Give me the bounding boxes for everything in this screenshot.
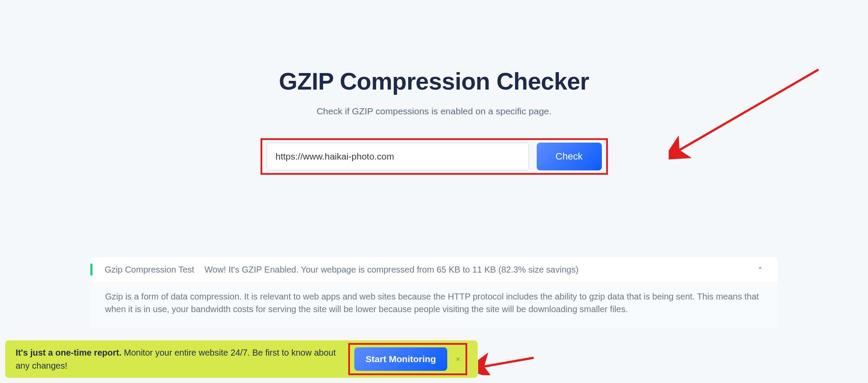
monitoring-banner: It's just a one-time report. Monitor you… — [5, 340, 478, 378]
chevron-up-icon[interactable]: ⌃ — [756, 264, 765, 276]
check-button[interactable]: Check — [537, 143, 602, 170]
hero: GZIP Compression Checker Check if GZIP c… — [0, 0, 868, 175]
annotation-arrow-bottom-icon — [478, 349, 539, 375]
url-form-highlight: Check — [261, 138, 608, 175]
page-title: GZIP Compression Checker — [0, 67, 868, 95]
result-header[interactable]: Gzip Compression Test Wow! It's GZIP Ena… — [90, 257, 778, 282]
banner-text: It's just a one-time report. Monitor you… — [16, 346, 348, 372]
start-monitoring-button[interactable]: Start Monitoring — [354, 347, 447, 371]
close-icon[interactable]: × — [455, 355, 460, 364]
result-title: Gzip Compression Test — [105, 263, 205, 276]
status-indicator — [90, 263, 92, 276]
banner-button-highlight: Start Monitoring × — [348, 343, 467, 375]
result-description: Gzip is a form of data compression. It i… — [90, 282, 778, 328]
banner-bold: It's just a one-time report. — [16, 348, 122, 357]
page-subtitle: Check if GZIP compessions is enabled on … — [0, 106, 868, 117]
result-card: Gzip Compression Test Wow! It's GZIP Ena… — [90, 257, 778, 328]
result-message: Wow! It's GZIP Enabled. Your webpage is … — [205, 263, 756, 276]
svg-line-1 — [484, 358, 534, 366]
url-input[interactable] — [267, 143, 529, 170]
